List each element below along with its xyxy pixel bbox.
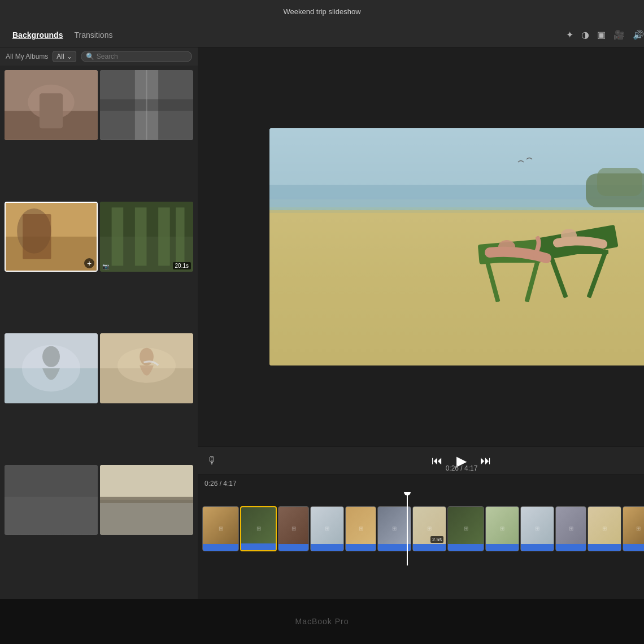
camera-icon[interactable]: 🎥 (613, 29, 625, 40)
clip-icon: ⊞ (359, 525, 363, 532)
left-panel: Backgrounds Transitions All My Albums Al… (0, 23, 198, 599)
add-button[interactable]: + (84, 258, 94, 268)
clip-bar (279, 544, 308, 551)
media-thumb[interactable]: 📷 20.1s (100, 202, 193, 272)
timeline-clip-selected[interactable]: ⊞ (240, 506, 277, 551)
filter-select[interactable]: All ⌄ (53, 51, 76, 62)
tab-backgrounds[interactable]: Backgrounds (7, 28, 68, 42)
clip-icon: ⊞ (219, 525, 223, 532)
media-thumb-selected[interactable]: + (5, 202, 98, 272)
svg-point-21 (42, 346, 60, 367)
beach-scene (269, 128, 644, 365)
clip-bar (311, 544, 343, 551)
clip-bar (378, 544, 411, 551)
thumb-duration: 20.1s (173, 262, 191, 269)
clip-icon: ⊞ (464, 525, 468, 532)
prev-button[interactable]: ⏮ (432, 454, 443, 467)
timeline-clip[interactable]: ⊞ (377, 506, 411, 551)
clip-bar (588, 544, 621, 551)
svg-rect-30 (100, 497, 193, 503)
svg-rect-27 (5, 497, 98, 535)
macbook-label: MacBook Pro (295, 617, 349, 626)
main-layout: Backgrounds Transitions All My Albums Al… (0, 23, 644, 599)
media-thumb[interactable] (100, 333, 193, 403)
timeline-clip[interactable]: ⊞ (485, 506, 519, 551)
time-code: 0:26 / 4:17 (204, 480, 237, 488)
clip-icon: ⊞ (636, 525, 641, 532)
timeline-clip[interactable]: ⊞ (555, 506, 586, 551)
clip-bar (623, 544, 644, 551)
bottom-bar: MacBook Pro (0, 599, 644, 644)
search-input[interactable] (97, 53, 187, 60)
timeline-clip[interactable]: ⊞ (278, 506, 309, 551)
thumb-image: 📷 20.1s (100, 202, 193, 272)
clip-icon: ⊞ (500, 525, 504, 532)
preview-video (269, 128, 644, 365)
toolbar: ✦ ◑ ▣ 🎥 🔊 📊 ⏱ 👤 ⓘ (198, 23, 644, 47)
clip-icon: ⊞ (602, 525, 607, 532)
crop-icon[interactable]: ▣ (597, 29, 606, 40)
right-panel: ✦ ◑ ▣ 🎥 🔊 📊 ⏱ 👤 ⓘ (198, 23, 644, 599)
timeline-header: 0:26 / 4:17 🔔 (198, 475, 644, 492)
tabs-row: Backgrounds Transitions (0, 23, 198, 47)
timeline-clip[interactable]: ⊞ (447, 506, 484, 551)
svg-rect-3 (40, 93, 63, 128)
media-thumb[interactable] (100, 70, 193, 140)
timeline-clip[interactable]: ⊞ (202, 506, 239, 551)
volume-icon[interactable]: 🔊 (633, 29, 644, 40)
preview-controls: 🎙 ⏮ ▶ ⏭ 0:26 / 4:17 (198, 446, 644, 475)
timeline-clip[interactable]: ⊞ (345, 506, 376, 551)
total-time: 4:17 (464, 464, 477, 472)
clip-bar (521, 544, 554, 551)
clip-bar (486, 544, 519, 551)
thumb-image: + (6, 203, 97, 271)
svg-rect-34 (597, 168, 642, 196)
search-box[interactable]: 🔍 (81, 51, 192, 62)
svg-rect-15 (135, 207, 147, 266)
media-thumb[interactable] (5, 465, 98, 535)
timeline-clip[interactable]: ⊞ (623, 506, 644, 551)
svg-rect-14 (112, 207, 124, 266)
clip-icon: ⊞ (325, 525, 329, 532)
clip-icon: ⊞ (392, 525, 397, 532)
window-title: Weekend trip slideshow (283, 7, 360, 16)
next-button[interactable]: ⏭ (480, 454, 491, 467)
color-wheel-icon[interactable]: ◑ (581, 29, 589, 40)
svg-point-25 (140, 348, 154, 365)
video-icon: 📷 (102, 263, 109, 269)
svg-rect-17 (176, 207, 184, 266)
clip-bar (556, 544, 586, 551)
wand-icon[interactable]: ✦ (566, 29, 573, 40)
media-thumb[interactable] (100, 465, 193, 535)
timeline-clip[interactable]: ⊞ (310, 506, 344, 551)
thumb-image (5, 465, 98, 535)
clip-bar (413, 544, 446, 551)
timeline-clip[interactable]: ⊞ (588, 506, 621, 551)
filter-value: All (56, 53, 64, 60)
chevron-down-icon: ⌄ (67, 53, 72, 60)
svg-rect-16 (158, 207, 170, 266)
timeline-clip[interactable]: ⊞ 2.5s (412, 506, 446, 551)
thumb-image (100, 465, 193, 535)
clip-bar (346, 544, 376, 551)
current-time: 0:26 (446, 464, 459, 472)
mic-icon[interactable]: 🎙 (207, 455, 217, 467)
thumb-image (100, 70, 193, 140)
preview-area (198, 47, 644, 446)
filter-row: All My Albums All ⌄ 🔍 (0, 47, 198, 66)
time-display: 0:26 / 4:17 (446, 464, 478, 472)
thumb-image (100, 333, 193, 403)
timeline-tracks[interactable]: ⊞ ⊞ ⊞ ⊞ (198, 492, 644, 565)
clip-bar (241, 543, 276, 550)
thumb-image (5, 333, 98, 403)
timeline-clip[interactable]: ⊞ (520, 506, 554, 551)
clip-bar (203, 544, 238, 551)
clip-duration: 2.5s (430, 536, 443, 543)
svg-rect-29 (100, 500, 193, 535)
clip-icon: ⊞ (427, 525, 432, 532)
media-thumb[interactable] (5, 70, 98, 140)
tab-transitions[interactable]: Transitions (68, 28, 118, 42)
media-thumb[interactable] (5, 333, 98, 403)
clip-icon: ⊞ (569, 525, 573, 532)
svg-rect-11 (23, 214, 51, 259)
